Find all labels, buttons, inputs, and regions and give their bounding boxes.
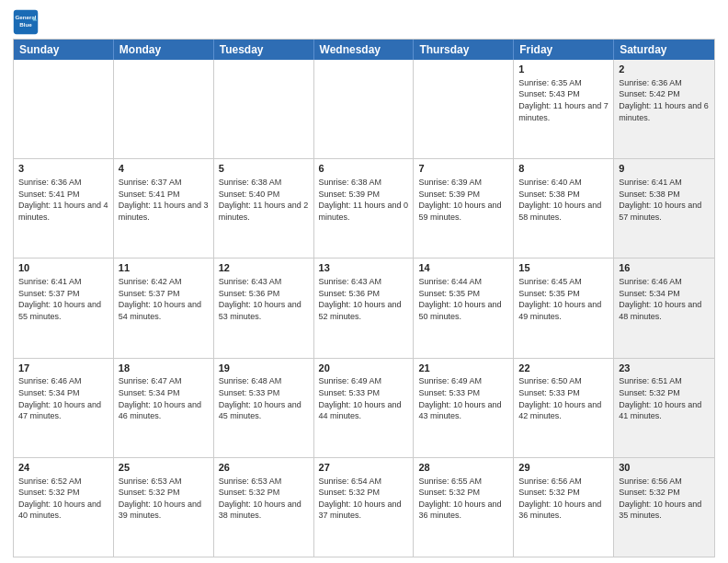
- day-info: Sunrise: 6:55 AM Sunset: 5:32 PM Dayligh…: [418, 476, 508, 522]
- day-info: Sunrise: 6:38 AM Sunset: 5:40 PM Dayligh…: [219, 177, 309, 223]
- header-cell-sunday: Sunday: [14, 40, 114, 60]
- calendar: SundayMondayTuesdayWednesdayThursdayFrid…: [13, 39, 715, 557]
- day-info: Sunrise: 6:49 AM Sunset: 5:33 PM Dayligh…: [319, 375, 409, 421]
- day-info: Sunrise: 6:41 AM Sunset: 5:37 PM Dayligh…: [18, 276, 108, 322]
- day-info: Sunrise: 6:39 AM Sunset: 5:39 PM Dayligh…: [418, 177, 508, 223]
- day-info: Sunrise: 6:45 AM Sunset: 5:35 PM Dayligh…: [518, 276, 609, 322]
- day-cell-11: 11Sunrise: 6:42 AM Sunset: 5:37 PM Dayli…: [114, 259, 214, 357]
- day-number: 6: [319, 162, 409, 176]
- day-number: 29: [518, 461, 609, 475]
- day-info: Sunrise: 6:47 AM Sunset: 5:34 PM Dayligh…: [119, 375, 209, 421]
- day-number: 5: [219, 162, 309, 176]
- day-cell-26: 26Sunrise: 6:53 AM Sunset: 5:32 PM Dayli…: [214, 458, 314, 557]
- day-number: 22: [518, 362, 609, 375]
- day-info: Sunrise: 6:41 AM Sunset: 5:38 PM Dayligh…: [619, 177, 710, 223]
- calendar-body: 1Sunrise: 6:35 AM Sunset: 5:43 PM Daylig…: [14, 60, 714, 557]
- day-number: 1: [518, 63, 609, 76]
- empty-cell-0-3: [314, 60, 415, 158]
- day-info: Sunrise: 6:42 AM Sunset: 5:37 PM Dayligh…: [119, 276, 209, 322]
- day-number: 26: [219, 461, 309, 475]
- day-info: Sunrise: 6:37 AM Sunset: 5:41 PM Dayligh…: [119, 177, 209, 223]
- day-number: 10: [18, 261, 108, 275]
- day-cell-10: 10Sunrise: 6:41 AM Sunset: 5:37 PM Dayli…: [14, 259, 114, 357]
- logo: General Blue: [13, 9, 42, 35]
- day-info: Sunrise: 6:38 AM Sunset: 5:39 PM Dayligh…: [319, 177, 409, 223]
- day-info: Sunrise: 6:36 AM Sunset: 5:42 PM Dayligh…: [619, 77, 710, 123]
- day-cell-24: 24Sunrise: 6:52 AM Sunset: 5:32 PM Dayli…: [14, 458, 114, 557]
- day-info: Sunrise: 6:35 AM Sunset: 5:43 PM Dayligh…: [518, 77, 609, 123]
- logo-icon: General Blue: [13, 9, 39, 35]
- day-info: Sunrise: 6:46 AM Sunset: 5:34 PM Dayligh…: [18, 375, 108, 421]
- header-cell-wednesday: Wednesday: [314, 40, 415, 60]
- day-info: Sunrise: 6:53 AM Sunset: 5:32 PM Dayligh…: [219, 476, 309, 522]
- day-cell-4: 4Sunrise: 6:37 AM Sunset: 5:41 PM Daylig…: [114, 159, 214, 258]
- day-number: 19: [219, 362, 309, 375]
- day-number: 14: [418, 261, 508, 275]
- header: General Blue: [13, 9, 715, 35]
- day-cell-3: 3Sunrise: 6:36 AM Sunset: 5:41 PM Daylig…: [14, 159, 114, 258]
- calendar-header: SundayMondayTuesdayWednesdayThursdayFrid…: [14, 40, 714, 60]
- svg-text:Blue: Blue: [19, 21, 32, 28]
- day-number: 4: [119, 162, 209, 176]
- day-cell-29: 29Sunrise: 6:56 AM Sunset: 5:32 PM Dayli…: [514, 458, 614, 557]
- calendar-row-1: 3Sunrise: 6:36 AM Sunset: 5:41 PM Daylig…: [14, 158, 714, 258]
- day-number: 28: [418, 461, 508, 475]
- day-cell-28: 28Sunrise: 6:55 AM Sunset: 5:32 PM Dayli…: [414, 458, 514, 557]
- day-number: 11: [119, 261, 209, 275]
- day-cell-12: 12Sunrise: 6:43 AM Sunset: 5:36 PM Dayli…: [214, 259, 314, 357]
- day-cell-27: 27Sunrise: 6:54 AM Sunset: 5:32 PM Dayli…: [314, 458, 415, 557]
- day-number: 18: [119, 362, 209, 375]
- day-cell-6: 6Sunrise: 6:38 AM Sunset: 5:39 PM Daylig…: [314, 159, 415, 258]
- day-cell-16: 16Sunrise: 6:46 AM Sunset: 5:34 PM Dayli…: [614, 259, 714, 357]
- empty-cell-0-0: [14, 60, 114, 158]
- day-cell-19: 19Sunrise: 6:48 AM Sunset: 5:33 PM Dayli…: [214, 359, 314, 457]
- calendar-row-2: 10Sunrise: 6:41 AM Sunset: 5:37 PM Dayli…: [14, 258, 714, 357]
- day-cell-23: 23Sunrise: 6:51 AM Sunset: 5:32 PM Dayli…: [614, 359, 714, 457]
- header-cell-saturday: Saturday: [614, 40, 714, 60]
- day-cell-2: 2Sunrise: 6:36 AM Sunset: 5:42 PM Daylig…: [614, 60, 714, 158]
- calendar-row-3: 17Sunrise: 6:46 AM Sunset: 5:34 PM Dayli…: [14, 358, 714, 457]
- day-cell-18: 18Sunrise: 6:47 AM Sunset: 5:34 PM Dayli…: [114, 359, 214, 457]
- day-info: Sunrise: 6:53 AM Sunset: 5:32 PM Dayligh…: [119, 476, 209, 522]
- day-info: Sunrise: 6:56 AM Sunset: 5:32 PM Dayligh…: [619, 476, 710, 522]
- day-number: 9: [619, 162, 710, 176]
- empty-cell-0-1: [114, 60, 214, 158]
- day-info: Sunrise: 6:46 AM Sunset: 5:34 PM Dayligh…: [619, 276, 710, 322]
- day-number: 25: [119, 461, 209, 475]
- day-info: Sunrise: 6:44 AM Sunset: 5:35 PM Dayligh…: [418, 276, 508, 322]
- header-cell-thursday: Thursday: [414, 40, 514, 60]
- day-cell-20: 20Sunrise: 6:49 AM Sunset: 5:33 PM Dayli…: [314, 359, 415, 457]
- day-cell-13: 13Sunrise: 6:43 AM Sunset: 5:36 PM Dayli…: [314, 259, 415, 357]
- day-cell-21: 21Sunrise: 6:49 AM Sunset: 5:33 PM Dayli…: [414, 359, 514, 457]
- day-number: 8: [518, 162, 609, 176]
- day-cell-8: 8Sunrise: 6:40 AM Sunset: 5:38 PM Daylig…: [514, 159, 614, 258]
- day-number: 30: [619, 461, 710, 475]
- day-number: 21: [418, 362, 508, 375]
- day-info: Sunrise: 6:43 AM Sunset: 5:36 PM Dayligh…: [219, 276, 309, 322]
- day-info: Sunrise: 6:48 AM Sunset: 5:33 PM Dayligh…: [219, 375, 309, 421]
- day-number: 3: [18, 162, 108, 176]
- day-info: Sunrise: 6:52 AM Sunset: 5:32 PM Dayligh…: [18, 476, 108, 522]
- day-info: Sunrise: 6:36 AM Sunset: 5:41 PM Dayligh…: [18, 177, 108, 223]
- day-cell-7: 7Sunrise: 6:39 AM Sunset: 5:39 PM Daylig…: [414, 159, 514, 258]
- day-number: 13: [319, 261, 409, 275]
- day-info: Sunrise: 6:54 AM Sunset: 5:32 PM Dayligh…: [319, 476, 409, 522]
- calendar-row-4: 24Sunrise: 6:52 AM Sunset: 5:32 PM Dayli…: [14, 457, 714, 557]
- empty-cell-0-4: [414, 60, 514, 158]
- day-info: Sunrise: 6:40 AM Sunset: 5:38 PM Dayligh…: [518, 177, 609, 223]
- header-cell-tuesday: Tuesday: [214, 40, 314, 60]
- day-cell-1: 1Sunrise: 6:35 AM Sunset: 5:43 PM Daylig…: [514, 60, 614, 158]
- day-cell-14: 14Sunrise: 6:44 AM Sunset: 5:35 PM Dayli…: [414, 259, 514, 357]
- day-number: 2: [619, 63, 710, 76]
- day-info: Sunrise: 6:49 AM Sunset: 5:33 PM Dayligh…: [418, 375, 508, 421]
- day-number: 15: [518, 261, 609, 275]
- day-cell-22: 22Sunrise: 6:50 AM Sunset: 5:33 PM Dayli…: [514, 359, 614, 457]
- day-number: 16: [619, 261, 710, 275]
- day-info: Sunrise: 6:51 AM Sunset: 5:32 PM Dayligh…: [619, 375, 710, 421]
- calendar-row-0: 1Sunrise: 6:35 AM Sunset: 5:43 PM Daylig…: [14, 60, 714, 158]
- day-cell-15: 15Sunrise: 6:45 AM Sunset: 5:35 PM Dayli…: [514, 259, 614, 357]
- day-cell-9: 9Sunrise: 6:41 AM Sunset: 5:38 PM Daylig…: [614, 159, 714, 258]
- day-number: 17: [18, 362, 108, 375]
- day-number: 12: [219, 261, 309, 275]
- day-info: Sunrise: 6:50 AM Sunset: 5:33 PM Dayligh…: [518, 375, 609, 421]
